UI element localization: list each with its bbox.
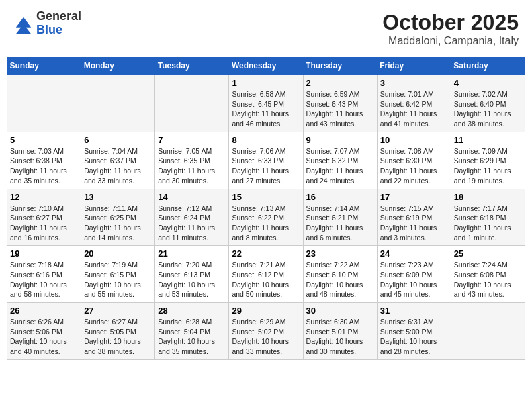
day-info: Sunrise: 7:20 AM Sunset: 6:13 PM Dayligh… (158, 260, 226, 300)
calendar-cell: 20Sunrise: 7:19 AM Sunset: 6:15 PM Dayli… (81, 246, 155, 303)
calendar-cell: 19Sunrise: 7:18 AM Sunset: 6:16 PM Dayli… (7, 246, 81, 303)
calendar-cell: 26Sunrise: 6:26 AM Sunset: 5:06 PM Dayli… (7, 303, 81, 360)
day-info: Sunrise: 6:58 AM Sunset: 6:45 PM Dayligh… (232, 89, 300, 129)
day-number: 5 (10, 135, 78, 145)
calendar-week-4: 19Sunrise: 7:18 AM Sunset: 6:16 PM Dayli… (7, 246, 525, 303)
calendar-cell: 17Sunrise: 7:15 AM Sunset: 6:19 PM Dayli… (377, 189, 451, 246)
calendar-cell: 27Sunrise: 6:27 AM Sunset: 5:05 PM Dayli… (81, 303, 155, 360)
day-info: Sunrise: 7:08 AM Sunset: 6:30 PM Dayligh… (380, 146, 448, 186)
day-number: 14 (158, 192, 226, 202)
calendar-cell (7, 75, 81, 132)
day-number: 10 (380, 135, 448, 145)
day-number: 30 (306, 306, 374, 316)
calendar-cell (81, 75, 155, 132)
day-info: Sunrise: 7:01 AM Sunset: 6:42 PM Dayligh… (380, 89, 448, 129)
day-number: 4 (454, 78, 522, 88)
day-number: 3 (380, 78, 448, 88)
calendar-cell: 6Sunrise: 7:04 AM Sunset: 6:37 PM Daylig… (81, 132, 155, 189)
day-info: Sunrise: 7:13 AM Sunset: 6:22 PM Dayligh… (232, 203, 300, 243)
weekday-saturday: Saturday (451, 57, 525, 75)
day-number: 12 (10, 192, 78, 202)
day-number: 25 (454, 248, 522, 259)
day-info: Sunrise: 6:59 AM Sunset: 6:43 PM Dayligh… (306, 89, 374, 129)
calendar-cell: 9Sunrise: 7:07 AM Sunset: 6:32 PM Daylig… (303, 132, 377, 189)
day-info: Sunrise: 6:29 AM Sunset: 5:02 PM Dayligh… (232, 317, 300, 357)
day-number: 17 (380, 192, 448, 202)
calendar-cell: 8Sunrise: 7:06 AM Sunset: 6:33 PM Daylig… (229, 132, 303, 189)
day-number: 21 (158, 248, 226, 259)
calendar-cell: 12Sunrise: 7:10 AM Sunset: 6:27 PM Dayli… (7, 189, 81, 246)
calendar-cell: 5Sunrise: 7:03 AM Sunset: 6:38 PM Daylig… (7, 132, 81, 189)
day-info: Sunrise: 7:14 AM Sunset: 6:21 PM Dayligh… (306, 203, 374, 243)
day-info: Sunrise: 7:02 AM Sunset: 6:40 PM Dayligh… (454, 89, 522, 129)
weekday-thursday: Thursday (303, 57, 377, 75)
day-number: 22 (232, 248, 300, 259)
day-number: 2 (306, 78, 374, 88)
title-area: October 2025 Maddaloni, Campania, Italy (382, 10, 519, 47)
day-info: Sunrise: 7:24 AM Sunset: 6:08 PM Dayligh… (454, 260, 522, 300)
day-number: 15 (232, 192, 300, 202)
day-info: Sunrise: 7:23 AM Sunset: 6:09 PM Dayligh… (380, 260, 448, 300)
calendar-week-3: 12Sunrise: 7:10 AM Sunset: 6:27 PM Dayli… (7, 189, 525, 246)
day-info: Sunrise: 7:05 AM Sunset: 6:35 PM Dayligh… (158, 146, 226, 186)
day-number: 31 (380, 306, 448, 316)
day-info: Sunrise: 7:10 AM Sunset: 6:27 PM Dayligh… (10, 203, 78, 243)
day-info: Sunrise: 6:27 AM Sunset: 5:05 PM Dayligh… (84, 317, 152, 357)
logo-blue: Blue (36, 24, 81, 37)
calendar-cell: 22Sunrise: 7:21 AM Sunset: 6:12 PM Dayli… (229, 246, 303, 303)
day-info: Sunrise: 6:26 AM Sunset: 5:06 PM Dayligh… (10, 317, 78, 357)
calendar-cell: 1Sunrise: 6:58 AM Sunset: 6:45 PM Daylig… (229, 75, 303, 132)
day-number: 18 (454, 192, 522, 202)
day-number: 1 (232, 78, 300, 88)
day-info: Sunrise: 7:17 AM Sunset: 6:18 PM Dayligh… (454, 203, 522, 243)
day-info: Sunrise: 6:31 AM Sunset: 5:00 PM Dayligh… (380, 317, 448, 357)
calendar-week-2: 5Sunrise: 7:03 AM Sunset: 6:38 PM Daylig… (7, 132, 525, 189)
page-header: General Blue October 2025 Maddaloni, Cam… (7, 7, 525, 50)
calendar-cell: 31Sunrise: 6:31 AM Sunset: 5:00 PM Dayli… (377, 303, 451, 360)
day-info: Sunrise: 7:18 AM Sunset: 6:16 PM Dayligh… (10, 260, 78, 300)
day-number: 29 (232, 306, 300, 316)
calendar-cell: 18Sunrise: 7:17 AM Sunset: 6:18 PM Dayli… (451, 189, 525, 246)
calendar-cell: 28Sunrise: 6:28 AM Sunset: 5:04 PM Dayli… (155, 303, 229, 360)
svg-marker-0 (16, 17, 32, 34)
calendar-cell (155, 75, 229, 132)
calendar-cell: 23Sunrise: 7:22 AM Sunset: 6:10 PM Dayli… (303, 246, 377, 303)
day-info: Sunrise: 7:07 AM Sunset: 6:32 PM Dayligh… (306, 146, 374, 186)
day-info: Sunrise: 7:15 AM Sunset: 6:19 PM Dayligh… (380, 203, 448, 243)
weekday-monday: Monday (81, 57, 155, 75)
calendar-cell: 21Sunrise: 7:20 AM Sunset: 6:13 PM Dayli… (155, 246, 229, 303)
day-number: 24 (380, 248, 448, 259)
day-number: 8 (232, 135, 300, 145)
weekday-wednesday: Wednesday (229, 57, 303, 75)
day-info: Sunrise: 7:09 AM Sunset: 6:29 PM Dayligh… (454, 146, 522, 186)
day-info: Sunrise: 6:30 AM Sunset: 5:01 PM Dayligh… (306, 317, 374, 357)
day-number: 11 (454, 135, 522, 145)
day-number: 16 (306, 192, 374, 202)
day-number: 23 (306, 248, 374, 259)
calendar-cell: 10Sunrise: 7:08 AM Sunset: 6:30 PM Dayli… (377, 132, 451, 189)
day-info: Sunrise: 7:12 AM Sunset: 6:24 PM Dayligh… (158, 203, 226, 243)
calendar-header: SundayMondayTuesdayWednesdayThursdayFrid… (7, 57, 525, 75)
calendar-subtitle: Maddaloni, Campania, Italy (382, 35, 519, 47)
day-number: 13 (84, 192, 152, 202)
calendar-cell: 15Sunrise: 7:13 AM Sunset: 6:22 PM Dayli… (229, 189, 303, 246)
day-info: Sunrise: 7:06 AM Sunset: 6:33 PM Dayligh… (232, 146, 300, 186)
calendar-week-5: 26Sunrise: 6:26 AM Sunset: 5:06 PM Dayli… (7, 303, 525, 360)
calendar-cell: 4Sunrise: 7:02 AM Sunset: 6:40 PM Daylig… (451, 75, 525, 132)
day-number: 27 (84, 306, 152, 316)
calendar-cell: 16Sunrise: 7:14 AM Sunset: 6:21 PM Dayli… (303, 189, 377, 246)
day-info: Sunrise: 6:28 AM Sunset: 5:04 PM Dayligh… (158, 317, 226, 357)
day-number: 19 (10, 248, 78, 259)
logo: General Blue (13, 10, 81, 37)
calendar-cell: 11Sunrise: 7:09 AM Sunset: 6:29 PM Dayli… (451, 132, 525, 189)
day-number: 28 (158, 306, 226, 316)
calendar-cell: 29Sunrise: 6:29 AM Sunset: 5:02 PM Dayli… (229, 303, 303, 360)
day-number: 26 (10, 306, 78, 316)
day-number: 6 (84, 135, 152, 145)
calendar-cell: 3Sunrise: 7:01 AM Sunset: 6:42 PM Daylig… (377, 75, 451, 132)
day-info: Sunrise: 7:22 AM Sunset: 6:10 PM Dayligh… (306, 260, 374, 300)
calendar-cell: 2Sunrise: 6:59 AM Sunset: 6:43 PM Daylig… (303, 75, 377, 132)
calendar-cell: 14Sunrise: 7:12 AM Sunset: 6:24 PM Dayli… (155, 189, 229, 246)
calendar-cell: 24Sunrise: 7:23 AM Sunset: 6:09 PM Dayli… (377, 246, 451, 303)
weekday-sunday: Sunday (7, 57, 81, 75)
